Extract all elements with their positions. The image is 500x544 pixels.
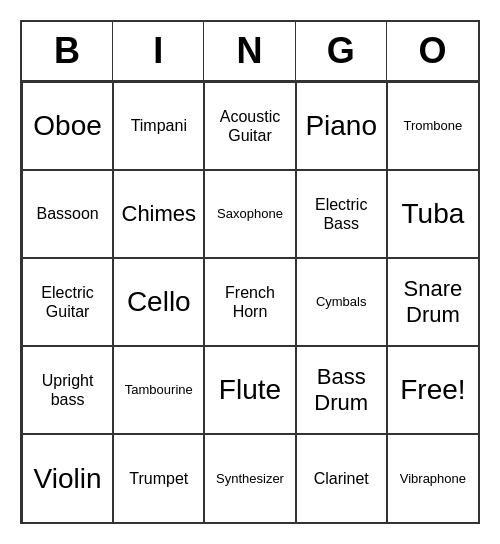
cell-label: Violin — [34, 462, 102, 496]
bingo-cell: French Horn — [204, 258, 295, 346]
cell-label: Chimes — [122, 201, 197, 227]
cell-label: Timpani — [131, 116, 187, 135]
bingo-cell: Cymbals — [296, 258, 387, 346]
bingo-cell: Clarinet — [296, 434, 387, 522]
bingo-cell: Synthesizer — [204, 434, 295, 522]
cell-label: Snare Drum — [392, 276, 474, 329]
cell-label: Clarinet — [314, 469, 369, 488]
bingo-header-letter: O — [387, 22, 478, 80]
cell-label: Cello — [127, 285, 191, 319]
bingo-cell: Free! — [387, 346, 478, 434]
cell-label: Upright bass — [27, 371, 108, 409]
bingo-cell: Tuba — [387, 170, 478, 258]
cell-label: Tuba — [402, 197, 465, 231]
cell-label: Piano — [305, 109, 377, 143]
bingo-header-letter: N — [204, 22, 295, 80]
cell-label: Flute — [219, 373, 281, 407]
bingo-cell: Bassoon — [22, 170, 113, 258]
bingo-cell: Cello — [113, 258, 204, 346]
cell-label: Synthesizer — [216, 471, 284, 487]
cell-label: Acoustic Guitar — [209, 107, 290, 145]
bingo-cell: Bass Drum — [296, 346, 387, 434]
cell-label: Oboe — [33, 109, 102, 143]
bingo-cell: Chimes — [113, 170, 204, 258]
bingo-cell: Electric Bass — [296, 170, 387, 258]
cell-label: Tambourine — [125, 382, 193, 398]
bingo-grid: OboeTimpaniAcoustic GuitarPianoTromboneB… — [22, 82, 478, 522]
cell-label: Electric Bass — [301, 195, 382, 233]
cell-label: Bass Drum — [301, 364, 382, 417]
bingo-cell: Flute — [204, 346, 295, 434]
cell-label: Saxophone — [217, 206, 283, 222]
bingo-cell: Saxophone — [204, 170, 295, 258]
bingo-header: BINGO — [22, 22, 478, 82]
bingo-cell: Upright bass — [22, 346, 113, 434]
cell-label: Free! — [400, 373, 465, 407]
bingo-cell: Piano — [296, 82, 387, 170]
cell-label: Vibraphone — [400, 471, 466, 487]
bingo-cell: Violin — [22, 434, 113, 522]
bingo-cell: Trombone — [387, 82, 478, 170]
bingo-header-letter: G — [296, 22, 387, 80]
cell-label: Trombone — [404, 118, 463, 134]
bingo-card: BINGO OboeTimpaniAcoustic GuitarPianoTro… — [20, 20, 480, 524]
bingo-cell: Tambourine — [113, 346, 204, 434]
bingo-header-letter: I — [113, 22, 204, 80]
bingo-cell: Timpani — [113, 82, 204, 170]
bingo-cell: Acoustic Guitar — [204, 82, 295, 170]
bingo-cell: Snare Drum — [387, 258, 478, 346]
bingo-cell: Vibraphone — [387, 434, 478, 522]
bingo-header-letter: B — [22, 22, 113, 80]
cell-label: Cymbals — [316, 294, 367, 310]
cell-label: Trumpet — [129, 469, 188, 488]
cell-label: Bassoon — [36, 204, 98, 223]
cell-label: French Horn — [209, 283, 290, 321]
cell-label: Electric Guitar — [27, 283, 108, 321]
bingo-cell: Oboe — [22, 82, 113, 170]
bingo-cell: Trumpet — [113, 434, 204, 522]
bingo-cell: Electric Guitar — [22, 258, 113, 346]
